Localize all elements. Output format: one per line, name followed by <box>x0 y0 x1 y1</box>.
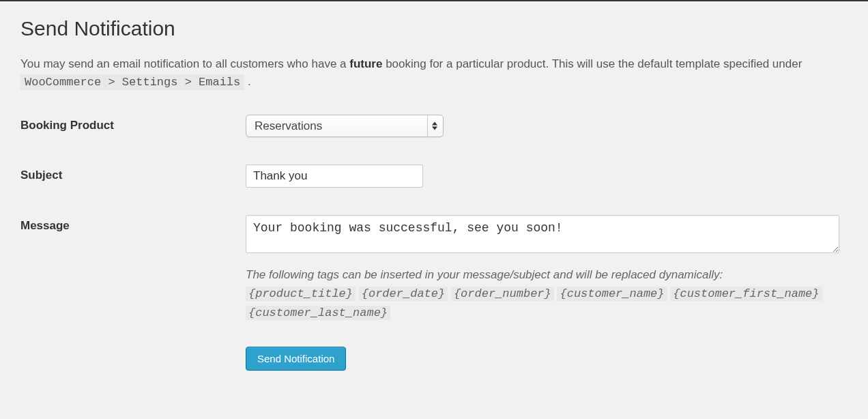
page-title: Send Notification <box>20 15 848 42</box>
subject-input[interactable] <box>246 164 423 188</box>
label-booking-product: Booking Product <box>20 115 246 132</box>
tag-customer-name: {customer_name} <box>557 287 667 301</box>
tag-order-number: {order_number} <box>451 287 554 301</box>
desc-part-2: booking for a particular product. This w… <box>382 57 802 70</box>
booking-product-select-wrap[interactable]: Reservations <box>246 115 444 137</box>
form-table: Booking Product Reservations Subject <box>20 115 848 371</box>
booking-product-select[interactable]: Reservations <box>246 115 443 136</box>
tag-customer-last-name: {customer_last_name} <box>246 306 390 320</box>
label-message: Message <box>20 215 246 233</box>
message-hint: The following tags can be inserted in yo… <box>246 265 839 323</box>
page-wrap: Send Notification You may send an email … <box>0 1 868 384</box>
message-textarea[interactable]: Your booking was successful, see you soo… <box>246 215 839 253</box>
desc-future: future <box>349 57 382 70</box>
tag-customer-first-name: {customer_first_name} <box>670 287 822 301</box>
tag-product-title: {product_title} <box>246 287 356 301</box>
desc-code-path: WooCommerce > Settings > Emails <box>20 74 244 90</box>
label-subject: Subject <box>20 164 246 182</box>
row-message: Message Your booking was successful, see… <box>20 215 848 371</box>
tag-order-date: {order_date} <box>359 287 448 301</box>
field-booking-product: Reservations <box>246 115 839 137</box>
field-message: Your booking was successful, see you soo… <box>246 215 839 371</box>
hint-text: The following tags can be inserted in yo… <box>246 268 723 281</box>
page-description: You may send an email notification to al… <box>20 55 848 91</box>
row-booking-product: Booking Product Reservations <box>20 115 848 137</box>
desc-end: . <box>244 75 250 88</box>
send-notification-button[interactable]: Send Notification <box>246 347 346 371</box>
desc-part-1: You may send an email notification to al… <box>20 57 349 70</box>
field-subject <box>246 164 839 188</box>
row-subject: Subject <box>20 164 848 188</box>
